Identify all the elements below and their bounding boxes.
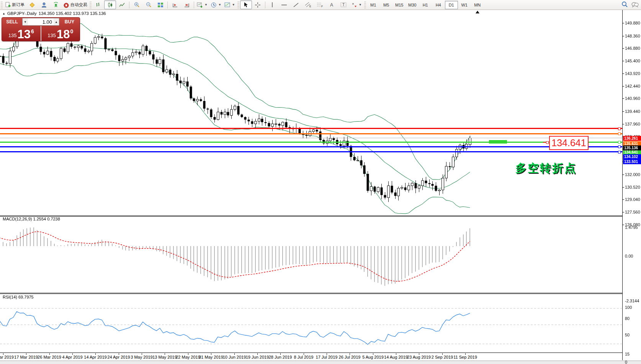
axis-tick — [623, 61, 624, 61]
bar-chart-button[interactable] — [92, 0, 104, 9]
panel-separator[interactable] — [0, 353, 622, 353]
text-tool-button[interactable]: A — [326, 0, 338, 9]
level-line-anchor[interactable] — [618, 141, 621, 144]
metaeditor-button[interactable] — [26, 0, 38, 9]
horizontal-level-line-136.261[interactable] — [0, 128, 622, 129]
macd-scale-label: -2.3144 — [625, 299, 639, 303]
date-label: 2 Sep 2019 — [432, 355, 453, 359]
label-tool-button[interactable]: T — [338, 0, 350, 9]
vertical-line-tool-button[interactable] — [267, 0, 278, 9]
buy-button[interactable]: BUY — [59, 18, 80, 26]
caret-down-icon: ▼ — [232, 3, 235, 7]
candlestick-chart-button[interactable] — [104, 0, 116, 9]
channel-tool-button[interactable]: E — [302, 0, 314, 9]
sell-price-tile[interactable]: 135 13 6 — [2, 26, 41, 41]
horizontal-level-line-134.102[interactable] — [0, 146, 622, 147]
axis-tick — [623, 225, 624, 225]
panel-separator[interactable] — [0, 293, 622, 293]
crosshair-tool-button[interactable] — [252, 0, 264, 9]
trendline-tool-button[interactable] — [290, 0, 302, 9]
price-axis[interactable]: 149.880148.360146.880145.400143.920142.4… — [622, 10, 641, 360]
line-chart-button[interactable] — [116, 0, 128, 9]
tf-button-M30[interactable]: M30 — [406, 1, 419, 9]
date-label: 17 Jul 2019 — [316, 355, 338, 359]
tf-button-M15[interactable]: M15 — [393, 1, 406, 9]
arrows-tool-button[interactable]: ▼ — [350, 0, 363, 9]
horizontal-level-line-135.631[interactable] — [0, 133, 622, 134]
zoom-in-button[interactable] — [131, 0, 142, 9]
volume-spinner: ▼ 1.00 ▲ — [22, 18, 59, 26]
candlestick-chart-icon — [107, 2, 113, 8]
tile-windows-icon — [157, 2, 164, 8]
zoom-out-button[interactable] — [142, 0, 154, 9]
template-chart-icon — [224, 2, 231, 8]
tf-button-M5[interactable]: M5 — [380, 1, 393, 9]
date-label: 11 Sep 2019 — [453, 355, 477, 359]
signal-button[interactable] — [50, 0, 62, 9]
price-tick-label: 132.000 — [625, 172, 640, 177]
chart-shift-marker[interactable] — [476, 11, 479, 13]
rsi-scale-label: 0 — [625, 360, 627, 364]
new-order-button[interactable]: 新订单 — [3, 0, 26, 9]
fibonacci-icon: F — [317, 2, 323, 8]
price-tick-label: 140.960 — [625, 96, 640, 101]
tf-button-W1[interactable]: W1 — [458, 1, 471, 9]
cursor-tool-button[interactable] — [240, 0, 252, 9]
date-label: 31 May 2019 — [199, 355, 223, 359]
sell-button[interactable]: SELL — [2, 18, 22, 26]
price-tick-label: 143.920 — [625, 71, 640, 76]
date-axis[interactable]: 7 Mar 201917 Mar 201926 Mar 20194 Apr 20… — [0, 353, 622, 360]
search-icon[interactable] — [621, 1, 628, 8]
horizontal-line-tool-button[interactable] — [278, 0, 290, 9]
horizontal-level-line-133.501[interactable] — [0, 151, 622, 152]
tf-button-H4[interactable]: H4 — [432, 1, 445, 9]
panel-separator[interactable] — [0, 294, 622, 294]
axis-tick — [623, 187, 624, 188]
step-forward-button[interactable] — [181, 0, 193, 9]
new-chart-button[interactable]: ▼ — [195, 0, 209, 9]
templates-button[interactable]: ▼ — [223, 0, 237, 9]
profile-button[interactable] — [38, 0, 50, 9]
level-line-anchor[interactable] — [618, 151, 621, 153]
price-tag-label[interactable]: 134.641 — [549, 136, 589, 150]
clock-icon — [211, 2, 217, 8]
signal-icon — [53, 2, 59, 8]
axis-tick — [623, 124, 624, 124]
tf-button-D1[interactable]: D1 — [445, 1, 458, 9]
price-tick-label: 145.400 — [625, 59, 640, 63]
volume-decrease-button[interactable]: ▼ — [23, 18, 28, 25]
date-label: 14 Apr 2019 — [84, 355, 106, 359]
volume-input[interactable]: 1.00 — [28, 18, 54, 25]
caret-down-icon: ▼ — [204, 3, 208, 7]
chart-canvas[interactable] — [0, 0, 641, 364]
panel-separator[interactable] — [0, 215, 622, 216]
price-tick-label: 146.880 — [625, 46, 640, 51]
step-back-button[interactable] — [169, 0, 181, 9]
tf-button-H1[interactable]: H1 — [419, 1, 432, 9]
fibonacci-tool-button[interactable]: F — [314, 0, 326, 9]
level-line-anchor[interactable] — [618, 127, 621, 130]
level-line-anchor[interactable] — [618, 132, 621, 135]
tile-windows-button[interactable] — [154, 0, 166, 9]
price-tag-anchor — [546, 141, 549, 144]
window-bottom-strip — [0, 361, 641, 364]
collapse-triangle-icon[interactable]: ▲ — [2, 12, 5, 15]
volume-increase-button[interactable]: ▲ — [54, 18, 59, 25]
auto-trading-button[interactable]: 自动交易 — [62, 0, 89, 9]
panel-separator[interactable] — [0, 216, 622, 217]
buy-price-tile[interactable]: 135 18 0 — [41, 26, 80, 41]
date-label: 8 Jul 2019 — [294, 355, 314, 359]
macd-name: MACD(12,26,9) — [3, 217, 32, 221]
chat-icon[interactable] — [631, 2, 639, 8]
tf-button-MN[interactable]: MN — [471, 1, 484, 9]
periods-button[interactable]: ▼ — [209, 0, 223, 9]
level-line-anchor[interactable] — [618, 145, 621, 148]
one-click-trading-panel: SELL ▼ 1.00 ▲ BUY 135 13 6 135 18 0 — [2, 17, 80, 41]
zoom-in-icon — [134, 2, 140, 8]
new-chart-icon — [197, 2, 203, 8]
toolbar-grip[interactable] — [1, 2, 3, 8]
horizontal-level-line-134.641[interactable] — [0, 142, 622, 143]
green-highlight-bar[interactable] — [489, 140, 507, 144]
chinese-annotation[interactable]: 多空转折点 — [515, 161, 577, 176]
tf-button-M1[interactable]: M1 — [367, 1, 380, 9]
